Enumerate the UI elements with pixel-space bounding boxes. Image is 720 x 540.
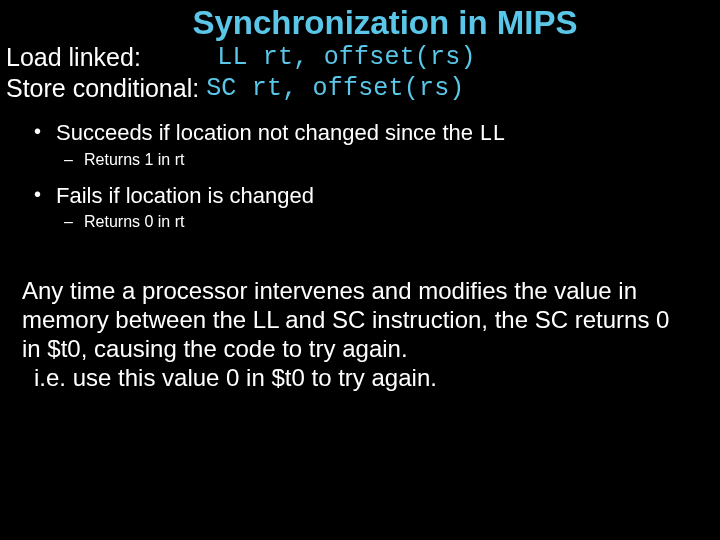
bullet-list: Succeeds if location not changed since t…	[34, 119, 720, 232]
def-code: LL rt, offset(rs)	[217, 42, 475, 73]
bullet-succeeds: Succeeds if location not changed since t…	[34, 119, 720, 149]
def-row-store-conditional: Store conditional: SC rt, offset(rs)	[6, 73, 720, 104]
def-label: Store conditional:	[6, 73, 206, 104]
bullet-text: Succeeds if location not changed since t…	[56, 120, 479, 145]
paragraph-line-1: Any time a processor intervenes and modi…	[22, 276, 690, 364]
slide: Synchronization in MIPS Load linked: LL …	[0, 0, 720, 540]
subbullet-returns-0: Returns 0 in rt	[64, 212, 720, 232]
slide-title: Synchronization in MIPS	[90, 0, 680, 42]
bullet-fails: Fails if location is changed	[34, 182, 720, 210]
paragraph-block: Any time a processor intervenes and modi…	[22, 276, 690, 393]
def-row-load-linked: Load linked: LL rt, offset(rs)	[6, 42, 720, 73]
def-code: SC rt, offset(rs)	[206, 73, 464, 104]
inline-code-ll: LL	[479, 122, 505, 147]
definition-block: Load linked: LL rt, offset(rs) Store con…	[6, 42, 720, 105]
def-label: Load linked:	[6, 42, 217, 73]
paragraph-line-2: i.e. use this value 0 in $t0 to try agai…	[22, 363, 690, 392]
subbullet-returns-1: Returns 1 in rt	[64, 150, 720, 170]
